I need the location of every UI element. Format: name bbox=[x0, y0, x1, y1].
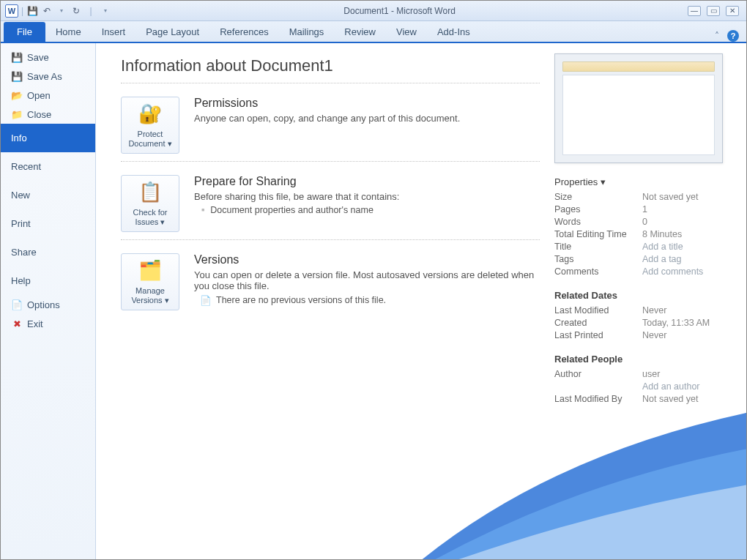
undo-icon[interactable]: ↶ bbox=[41, 5, 53, 17]
tab-insert[interactable]: Insert bbox=[92, 22, 136, 42]
prop-key: Words bbox=[554, 217, 642, 227]
qat-customize-icon[interactable]: ▾ bbox=[100, 5, 111, 17]
related-people-header: Related People bbox=[554, 354, 736, 365]
prop-value: Never bbox=[642, 305, 666, 316]
no-versions-text: There are no previous versions of this f… bbox=[216, 295, 386, 305]
menu-label: Options bbox=[27, 299, 60, 310]
prop-value: Not saved yet bbox=[642, 192, 698, 202]
save-icon[interactable]: 💾 bbox=[26, 5, 38, 17]
thumbnail-page bbox=[562, 75, 715, 155]
prepare-item: Document properties and author's name bbox=[201, 205, 540, 215]
close-button[interactable]: ✕ bbox=[726, 6, 739, 16]
versions-icon: 🗂️ bbox=[138, 258, 163, 283]
prop-key: Tags bbox=[554, 254, 642, 264]
ribbon-minimize-icon[interactable]: ˄ bbox=[711, 30, 723, 42]
menu-info[interactable]: Info bbox=[1, 124, 95, 152]
manage-versions-button[interactable]: 🗂️ Manage Versions ▾ bbox=[121, 253, 179, 310]
tab-mailings[interactable]: Mailings bbox=[279, 22, 335, 42]
menu-label: Recent bbox=[11, 161, 41, 172]
file-menu: 💾Save 💾Save As 📂Open 📁Close Info Recent … bbox=[1, 43, 96, 560]
related-dates-header: Related Dates bbox=[554, 290, 736, 301]
thumbnail-ribbon bbox=[562, 61, 715, 72]
decorative-swoosh bbox=[395, 378, 747, 560]
prop-key: Pages bbox=[554, 204, 642, 214]
save-icon: 💾 bbox=[11, 51, 23, 63]
menu-label: New bbox=[11, 190, 30, 201]
menu-exit[interactable]: ✖Exit bbox=[1, 314, 95, 333]
section-permissions: 🔐 Protect Document ▾ Permissions Anyone … bbox=[121, 97, 540, 154]
section-text: Before sharing this file, be aware that … bbox=[194, 191, 540, 202]
tab-review[interactable]: Review bbox=[334, 22, 386, 42]
tab-view[interactable]: View bbox=[386, 22, 427, 42]
save-as-icon: 💾 bbox=[11, 70, 23, 82]
menu-new[interactable]: New bbox=[1, 181, 95, 209]
help-icon[interactable]: ? bbox=[727, 30, 739, 42]
button-label: Manage Versions ▾ bbox=[124, 286, 176, 305]
section-versions: 🗂️ Manage Versions ▾ Versions You can op… bbox=[121, 253, 540, 310]
button-label: Check for Issues ▾ bbox=[124, 208, 176, 227]
prop-key: Created bbox=[554, 318, 642, 328]
divider bbox=[121, 83, 540, 83]
section-text: You can open or delete a version file. M… bbox=[194, 269, 540, 291]
comments-input[interactable]: Add comments bbox=[642, 266, 703, 277]
section-heading: Prepare for Sharing bbox=[194, 175, 540, 188]
tab-file[interactable]: File bbox=[4, 22, 45, 42]
prop-value: 1 bbox=[642, 204, 647, 214]
document-icon: 📄 bbox=[200, 294, 212, 306]
section-heading: Permissions bbox=[194, 97, 540, 110]
title-input[interactable]: Add a title bbox=[642, 242, 683, 252]
prop-value: 0 bbox=[642, 217, 647, 227]
button-label: Protect Document ▾ bbox=[124, 130, 176, 149]
menu-recent[interactable]: Recent bbox=[1, 152, 95, 181]
menu-label: Help bbox=[11, 275, 31, 286]
prop-key: Total Editing Time bbox=[554, 229, 642, 239]
properties-dropdown[interactable]: Properties ▾ bbox=[554, 176, 736, 187]
tab-references[interactable]: References bbox=[209, 22, 278, 42]
divider bbox=[121, 239, 540, 240]
redo-icon[interactable]: ↻ bbox=[70, 5, 82, 17]
menu-label: Print bbox=[11, 218, 31, 229]
quick-access-toolbar: 💾 ↶ ▾ ↻ | ▾ bbox=[26, 5, 111, 17]
menu-save-as[interactable]: 💾Save As bbox=[1, 67, 95, 86]
menu-share[interactable]: Share bbox=[1, 238, 95, 266]
prop-key: Last Modified bbox=[554, 305, 642, 316]
menu-label: Close bbox=[27, 109, 51, 120]
tab-addins[interactable]: Add-Ins bbox=[427, 22, 480, 42]
word-app-icon: W bbox=[5, 4, 18, 18]
backstage: 💾Save 💾Save As 📂Open 📁Close Info Recent … bbox=[1, 43, 746, 560]
menu-options[interactable]: 📄Options bbox=[1, 295, 95, 314]
window-title: Document1 - Microsoft Word bbox=[111, 6, 688, 16]
menu-label: Open bbox=[27, 90, 51, 101]
tab-page-layout[interactable]: Page Layout bbox=[135, 22, 209, 42]
undo-dropdown-icon[interactable]: ▾ bbox=[56, 5, 67, 17]
prop-value: Never bbox=[642, 330, 666, 340]
menu-label: Exit bbox=[27, 318, 43, 329]
document-thumbnail[interactable] bbox=[554, 53, 723, 163]
folder-close-icon: 📁 bbox=[11, 108, 23, 120]
menu-close[interactable]: 📁Close bbox=[1, 105, 95, 124]
minimize-button[interactable]: — bbox=[688, 6, 701, 16]
maximize-button[interactable]: ▭ bbox=[707, 6, 720, 16]
titlebar: W | 💾 ↶ ▾ ↻ | ▾ Document1 - Microsoft Wo… bbox=[1, 1, 746, 21]
prop-key: Title bbox=[554, 242, 642, 252]
tags-input[interactable]: Add a tag bbox=[642, 254, 682, 264]
tab-home[interactable]: Home bbox=[45, 22, 92, 42]
options-icon: 📄 bbox=[11, 299, 23, 310]
divider bbox=[121, 161, 540, 162]
menu-open[interactable]: 📂Open bbox=[1, 86, 95, 105]
menu-label: Save As bbox=[27, 71, 62, 82]
section-prepare: 📋 Check for Issues ▾ Prepare for Sharing… bbox=[121, 175, 540, 232]
menu-save[interactable]: 💾Save bbox=[1, 48, 95, 67]
lock-icon: 🔐 bbox=[138, 102, 163, 127]
prop-key: Comments bbox=[554, 266, 642, 277]
section-heading: Versions bbox=[194, 253, 540, 266]
menu-label: Share bbox=[11, 247, 37, 258]
menu-label: Info bbox=[11, 132, 27, 143]
folder-open-icon: 📂 bbox=[11, 89, 23, 101]
menu-print[interactable]: Print bbox=[1, 209, 95, 238]
exit-icon: ✖ bbox=[11, 318, 23, 329]
prop-value: Today, 11:33 AM bbox=[642, 318, 710, 328]
check-for-issues-button[interactable]: 📋 Check for Issues ▾ bbox=[121, 175, 179, 232]
menu-help[interactable]: Help bbox=[1, 266, 95, 295]
protect-document-button[interactable]: 🔐 Protect Document ▾ bbox=[121, 97, 179, 154]
